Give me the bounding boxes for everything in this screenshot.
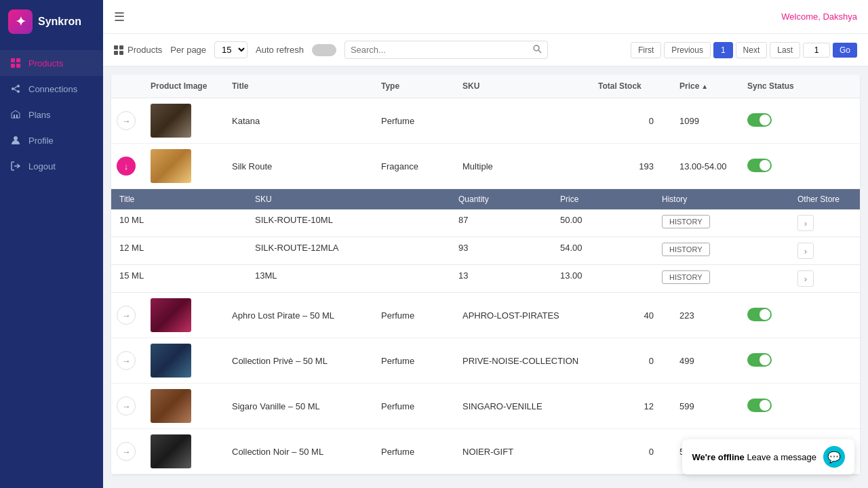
- sub-price: 54.00: [552, 237, 654, 264]
- logo: ✦ Synkron: [0, 0, 103, 43]
- sub-th-other-store: Other Store: [789, 189, 860, 209]
- product-title: Silk Route: [226, 156, 376, 177]
- sync-toggle[interactable]: [747, 353, 772, 367]
- svg-rect-15: [119, 51, 123, 55]
- product-sku: APHRO-LOST-PIRATES: [457, 305, 593, 326]
- product-type: Perfume: [376, 305, 457, 326]
- other-store-arrow[interactable]: ›: [797, 270, 814, 287]
- svg-point-11: [14, 136, 18, 140]
- other-store-arrow[interactable]: ›: [797, 215, 814, 231]
- per-page-select[interactable]: 15 25 50: [214, 41, 248, 58]
- svg-point-4: [12, 87, 14, 90]
- svg-rect-3: [16, 64, 20, 68]
- expand-btn[interactable]: →: [117, 396, 136, 415]
- sync-toggle[interactable]: [747, 308, 772, 321]
- products-table: Product Image Title Type SKU Total Stock…: [111, 75, 860, 474]
- sub-table: Title SKU Quantity Price History Other S…: [111, 189, 860, 293]
- chat-icon[interactable]: 💬: [823, 446, 845, 468]
- row-arrow[interactable]: →: [111, 106, 145, 136]
- sync-toggle[interactable]: [747, 113, 772, 127]
- table-row: → Collection Privè – 50 ML Perfume PRIVE…: [111, 338, 860, 384]
- product-sync[interactable]: [742, 393, 823, 420]
- product-sku: PRIVE-NOISE-COLLECTION: [457, 350, 593, 371]
- sub-history[interactable]: HISTORY: [654, 209, 789, 237]
- products-toolbar: Products Per page 15 25 50 Auto refresh …: [103, 34, 868, 66]
- product-title: Aphro Lost Pirate – 50 ML: [226, 305, 376, 326]
- row-arrow[interactable]: →: [111, 300, 145, 330]
- product-sync[interactable]: [742, 302, 823, 329]
- expand-btn[interactable]: →: [117, 442, 136, 461]
- product-stock: 193: [593, 156, 674, 177]
- product-image-cell: [145, 384, 226, 428]
- product-image: [151, 298, 191, 332]
- sidebar-item-plans[interactable]: Plans: [0, 102, 103, 127]
- last-btn[interactable]: Last: [770, 42, 800, 58]
- collapse-btn[interactable]: ↓: [117, 157, 136, 176]
- product-sync[interactable]: [742, 108, 823, 134]
- th-type: Type: [376, 75, 457, 98]
- sidebar-item-connections[interactable]: Connections: [0, 76, 103, 102]
- svg-point-16: [534, 45, 539, 51]
- row-arrow[interactable]: →: [111, 436, 145, 466]
- search-box: [344, 41, 548, 59]
- history-btn[interactable]: HISTORY: [662, 270, 710, 284]
- product-stock: 0: [593, 350, 674, 371]
- other-store-arrow[interactable]: ›: [797, 243, 814, 259]
- content-area: Products Per page 15 25 50 Auto refresh …: [103, 34, 868, 488]
- sync-toggle[interactable]: [747, 399, 772, 412]
- product-sync[interactable]: [742, 153, 823, 180]
- product-image-cell: [145, 98, 226, 143]
- sub-title: 10 ML: [111, 209, 247, 237]
- sub-other-store[interactable]: ›: [789, 265, 860, 292]
- svg-line-8: [14, 89, 17, 92]
- search-input[interactable]: [351, 45, 528, 55]
- current-page-btn[interactable]: 1: [713, 42, 733, 58]
- search-icon[interactable]: [532, 44, 542, 56]
- go-btn[interactable]: Go: [833, 43, 857, 58]
- product-sync[interactable]: [742, 348, 823, 374]
- row-arrow[interactable]: →: [111, 346, 145, 375]
- product-price: 499: [674, 350, 742, 371]
- history-btn[interactable]: HISTORY: [662, 215, 710, 228]
- sub-th-price: Price: [552, 189, 654, 209]
- auto-refresh-toggle[interactable]: [312, 44, 336, 56]
- sub-price: 13.00: [552, 265, 654, 292]
- svg-rect-2: [11, 64, 15, 68]
- product-title: Collection Noir – 50 ML: [226, 441, 376, 462]
- previous-btn[interactable]: Previous: [664, 42, 711, 58]
- topbar: ☰ Welcome, Dakshya: [103, 0, 868, 34]
- logout-icon: [9, 160, 22, 172]
- first-btn[interactable]: First: [631, 42, 661, 58]
- row-arrow[interactable]: ↓: [111, 151, 145, 181]
- sub-quantity: 13: [450, 265, 552, 292]
- row-arrow[interactable]: →: [111, 391, 145, 421]
- chat-widget[interactable]: We're offline Leave a message 💬: [682, 439, 854, 474]
- table-row: → Katana Perfume 0 1099: [111, 98, 860, 144]
- sidebar-item-logout[interactable]: Logout: [0, 153, 103, 179]
- sidebar-item-products[interactable]: Products: [0, 50, 103, 76]
- expand-btn[interactable]: →: [117, 111, 136, 130]
- sync-toggle[interactable]: [747, 159, 772, 172]
- page-number-input[interactable]: [803, 43, 830, 58]
- sidebar-item-profile[interactable]: Profile: [0, 127, 103, 153]
- product-stock: 0: [593, 441, 674, 462]
- sub-other-store[interactable]: ›: [789, 209, 860, 237]
- sub-other-store[interactable]: ›: [789, 237, 860, 264]
- product-title: Sigaro Vanille – 50 ML: [226, 396, 376, 417]
- hamburger-icon[interactable]: ☰: [114, 9, 125, 24]
- sidebar-item-connections-label: Connections: [28, 84, 77, 94]
- history-btn[interactable]: HISTORY: [662, 243, 710, 256]
- chat-message: Leave a message: [747, 452, 816, 462]
- products-toolbar-label: Products: [114, 45, 162, 55]
- sub-history[interactable]: HISTORY: [654, 265, 789, 292]
- product-type: Perfume: [376, 110, 457, 131]
- welcome-text[interactable]: Welcome, Dakshya: [781, 12, 857, 22]
- expand-btn[interactable]: →: [117, 351, 136, 370]
- expand-btn[interactable]: →: [117, 306, 136, 325]
- th-arrow: [111, 75, 145, 98]
- svg-rect-13: [119, 45, 123, 49]
- product-image: [151, 389, 191, 423]
- products-label: Products: [127, 45, 162, 55]
- sub-history[interactable]: HISTORY: [654, 237, 789, 264]
- next-btn[interactable]: Next: [736, 42, 768, 58]
